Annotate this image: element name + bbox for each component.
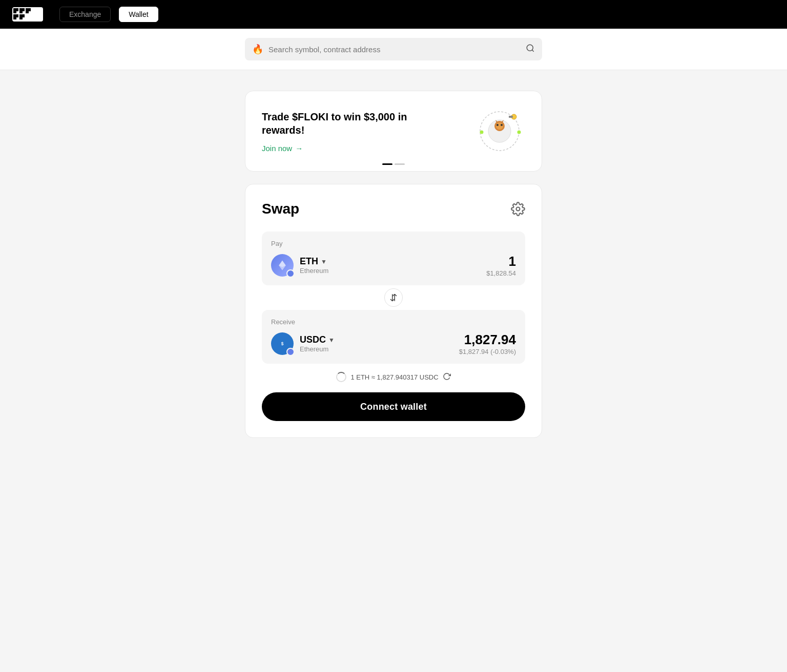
svg-point-19 bbox=[480, 131, 484, 134]
pay-label: Pay bbox=[271, 240, 516, 247]
pay-token-chevron: ▼ bbox=[321, 258, 327, 265]
svg-rect-4 bbox=[16, 11, 18, 13]
fire-icon: 🔥 bbox=[252, 44, 263, 55]
rate-text: 1 ETH ≈ 1,827.940317 USDC bbox=[350, 373, 438, 381]
svg-point-27 bbox=[289, 350, 292, 353]
promo-text: Trade $FLOKI to win $3,000 in rewards! J… bbox=[262, 110, 416, 153]
swap-card: Swap Pay bbox=[245, 184, 542, 438]
search-bar: 🔥 bbox=[245, 38, 542, 60]
join-now-link[interactable]: Join now → bbox=[262, 144, 416, 153]
okx-logo-icon: OKX bbox=[12, 7, 43, 22]
receive-amount-value: 1,827.94 bbox=[464, 332, 516, 348]
exchange-nav-button[interactable]: Exchange bbox=[59, 7, 111, 22]
carousel-dot-2 bbox=[395, 163, 405, 165]
svg-rect-10 bbox=[23, 17, 25, 19]
logo: OKX bbox=[12, 7, 43, 22]
pay-token-chain: Ethereum bbox=[300, 267, 328, 275]
usdc-icon-wrapper: $ bbox=[271, 332, 294, 355]
receive-token-info: $ USDC ▼ Et bbox=[271, 332, 335, 355]
search-icon bbox=[526, 44, 535, 55]
usdc-chain-badge bbox=[286, 348, 295, 356]
swap-title: Swap bbox=[262, 201, 299, 217]
usdc-name-block: USDC ▼ Ethereum bbox=[300, 334, 335, 353]
header: OKX Exchange Wallet bbox=[0, 0, 787, 29]
receive-amount-usd: $1,827.94 (-0.03%) bbox=[459, 348, 516, 355]
search-container: 🔥 bbox=[0, 29, 787, 70]
rate-row: 1 ETH ≈ 1,827.940317 USDC bbox=[262, 372, 525, 382]
refresh-icon[interactable] bbox=[443, 372, 451, 382]
swap-header: Swap bbox=[262, 201, 525, 217]
svg-point-23 bbox=[516, 207, 520, 211]
svg-point-17 bbox=[496, 124, 499, 126]
swap-direction-button[interactable] bbox=[384, 288, 403, 307]
promo-illustration bbox=[474, 106, 525, 157]
receive-token-row: $ USDC ▼ Et bbox=[271, 332, 516, 355]
pay-amount-usd: $1,828.54 bbox=[486, 269, 516, 277]
pay-amount-value[interactable]: 1 bbox=[509, 254, 516, 269]
carousel-dots bbox=[382, 163, 405, 165]
receive-label: Receive bbox=[271, 318, 516, 326]
pay-token-row: ETH ▼ Ethereum 1 $1,828.54 bbox=[271, 254, 516, 277]
receive-amount-block: 1,827.94 $1,827.94 (-0.03%) bbox=[459, 332, 516, 355]
promo-card: Trade $FLOKI to win $3,000 in rewards! J… bbox=[245, 91, 542, 172]
main-content: Trade $FLOKI to win $3,000 in rewards! J… bbox=[0, 70, 787, 458]
pay-amount-block: 1 $1,828.54 bbox=[486, 254, 516, 277]
rate-spinner-icon bbox=[336, 372, 346, 382]
pay-section: Pay bbox=[262, 232, 525, 285]
pay-token-symbol[interactable]: ETH ▼ bbox=[300, 256, 328, 267]
connect-wallet-button[interactable]: Connect wallet bbox=[262, 392, 525, 421]
carousel-dot-1 bbox=[382, 163, 392, 165]
search-input[interactable] bbox=[268, 45, 521, 54]
eth-chain-badge bbox=[286, 269, 295, 278]
receive-token-chevron: ▼ bbox=[328, 337, 335, 344]
eth-name-block: ETH ▼ Ethereum bbox=[300, 256, 328, 275]
swap-direction-wrapper bbox=[262, 288, 525, 307]
svg-point-16 bbox=[496, 122, 503, 130]
svg-rect-5 bbox=[23, 11, 25, 13]
svg-text:OKX: OKX bbox=[32, 12, 43, 20]
svg-point-20 bbox=[517, 131, 521, 134]
svg-rect-22 bbox=[509, 116, 513, 118]
eth-icon-wrapper bbox=[271, 254, 294, 277]
pay-token-info: ETH ▼ Ethereum bbox=[271, 254, 328, 277]
promo-headline: Trade $FLOKI to win $3,000 in rewards! bbox=[262, 110, 416, 137]
svg-point-12 bbox=[527, 45, 533, 51]
svg-text:$: $ bbox=[281, 342, 284, 346]
svg-rect-9 bbox=[16, 17, 18, 19]
svg-rect-6 bbox=[29, 11, 31, 13]
receive-section: Receive $ bbox=[262, 310, 525, 364]
svg-point-24 bbox=[289, 272, 292, 275]
receive-token-chain: Ethereum bbox=[300, 345, 335, 353]
wallet-nav-button[interactable]: Wallet bbox=[119, 7, 158, 22]
settings-icon[interactable] bbox=[511, 202, 525, 216]
receive-token-symbol[interactable]: USDC ▼ bbox=[300, 334, 335, 345]
svg-point-18 bbox=[501, 124, 503, 126]
